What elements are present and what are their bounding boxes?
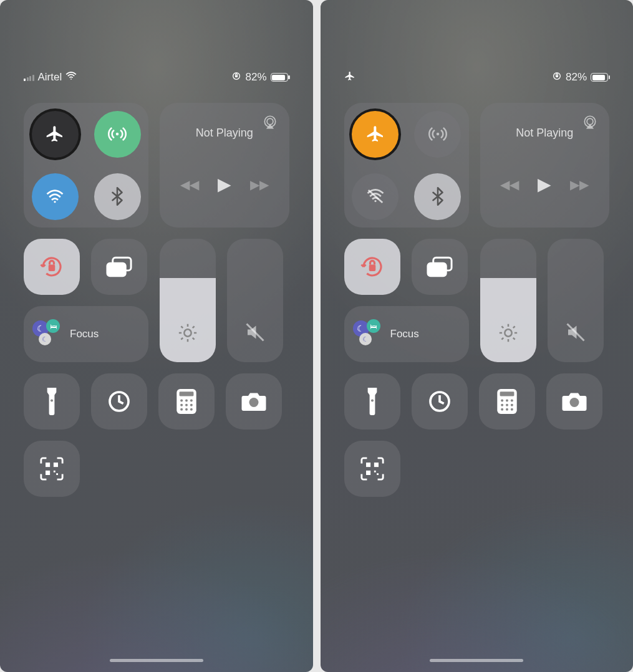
svg-point-21 bbox=[180, 408, 183, 411]
status-bar: 82% bbox=[321, 69, 634, 86]
volume-mute-icon bbox=[564, 321, 587, 346]
flashlight-button[interactable] bbox=[24, 373, 80, 430]
calculator-button[interactable] bbox=[158, 373, 215, 430]
svg-point-45 bbox=[506, 400, 508, 402]
qr-scanner-button[interactable] bbox=[24, 441, 80, 497]
svg-point-53 bbox=[569, 398, 579, 407]
forward-button[interactable]: ▶▶ bbox=[250, 177, 269, 192]
focus-button[interactable]: ☾🛏☾ Focus bbox=[344, 306, 469, 362]
focus-label: Focus bbox=[390, 328, 419, 340]
airplane-mode-toggle[interactable] bbox=[352, 111, 399, 158]
battery-icon bbox=[591, 73, 608, 82]
cellular-signal-icon bbox=[24, 74, 34, 81]
media-controls-group[interactable]: Not Playing ◀◀ ▶ ▶▶ bbox=[480, 103, 610, 228]
svg-point-22 bbox=[185, 408, 188, 411]
bluetooth-icon bbox=[111, 187, 123, 206]
airplay-icon[interactable] bbox=[262, 114, 278, 133]
volume-slider[interactable] bbox=[227, 239, 283, 362]
svg-rect-31 bbox=[556, 75, 558, 77]
svg-point-35 bbox=[587, 118, 593, 125]
bluetooth-toggle[interactable] bbox=[414, 173, 461, 220]
svg-rect-29 bbox=[56, 473, 58, 475]
calculator-icon bbox=[176, 389, 196, 414]
svg-rect-2 bbox=[235, 75, 238, 77]
focus-label: Focus bbox=[70, 328, 99, 340]
wifi-toggle[interactable] bbox=[352, 173, 399, 220]
brightness-slider[interactable] bbox=[480, 239, 536, 362]
calculator-button[interactable] bbox=[479, 373, 535, 430]
wifi-status-icon bbox=[65, 71, 77, 84]
screen-mirroring-button[interactable] bbox=[412, 239, 468, 295]
timer-icon bbox=[427, 389, 452, 414]
media-controls-group[interactable]: Not Playing ◀◀ ▶ ▶▶ bbox=[160, 103, 289, 228]
bluetooth-toggle[interactable] bbox=[94, 173, 141, 220]
cellular-data-toggle[interactable] bbox=[94, 111, 141, 158]
orientation-lock-button[interactable] bbox=[24, 239, 80, 295]
svg-rect-25 bbox=[46, 463, 50, 467]
camera-button[interactable] bbox=[546, 373, 602, 430]
control-center-pane-right: 82% Not Playing bbox=[321, 0, 634, 672]
rewind-button[interactable]: ◀◀ bbox=[180, 177, 199, 192]
cellular-data-toggle[interactable] bbox=[414, 111, 461, 158]
airplane-mode-toggle[interactable] bbox=[32, 111, 79, 158]
svg-point-10 bbox=[184, 329, 191, 336]
svg-point-4 bbox=[54, 201, 56, 203]
calculator-icon bbox=[497, 389, 517, 414]
svg-point-44 bbox=[501, 400, 503, 402]
camera-icon bbox=[241, 391, 267, 412]
svg-rect-14 bbox=[180, 391, 194, 396]
control-center-pane-left: Airtel 82% bbox=[0, 0, 313, 672]
brightness-slider[interactable] bbox=[160, 239, 216, 362]
svg-point-40 bbox=[370, 399, 373, 401]
rotation-lock-status-icon bbox=[231, 71, 241, 84]
connectivity-group[interactable] bbox=[344, 103, 469, 228]
svg-rect-9 bbox=[107, 263, 125, 276]
cellular-antenna-icon bbox=[428, 125, 447, 143]
svg-point-51 bbox=[506, 408, 508, 411]
focus-modes-icon: ☾🛏☾ bbox=[32, 319, 62, 349]
flashlight-icon bbox=[44, 388, 59, 415]
svg-point-0 bbox=[70, 79, 72, 80]
camera-button[interactable] bbox=[226, 373, 282, 430]
connectivity-group[interactable] bbox=[24, 103, 148, 228]
svg-point-11 bbox=[51, 399, 53, 401]
cellular-antenna-icon bbox=[108, 125, 127, 143]
carrier-label: Airtel bbox=[38, 71, 62, 84]
battery-percent: 82% bbox=[566, 71, 587, 84]
status-bar: Airtel 82% bbox=[0, 69, 313, 86]
svg-point-24 bbox=[249, 398, 259, 407]
svg-rect-26 bbox=[54, 463, 58, 467]
wifi-toggle[interactable] bbox=[32, 173, 79, 220]
screen-mirroring-button[interactable] bbox=[91, 239, 147, 295]
play-button[interactable]: ▶ bbox=[218, 174, 231, 194]
focus-button[interactable]: ☾🛏☾ Focus bbox=[24, 306, 148, 362]
bluetooth-icon bbox=[432, 187, 444, 206]
svg-rect-54 bbox=[366, 463, 370, 467]
svg-point-18 bbox=[180, 404, 183, 406]
rewind-button[interactable]: ◀◀ bbox=[500, 177, 519, 192]
svg-point-15 bbox=[180, 400, 183, 402]
home-indicator[interactable] bbox=[430, 659, 523, 662]
svg-point-48 bbox=[506, 404, 508, 406]
forward-button[interactable]: ▶▶ bbox=[570, 177, 589, 192]
timer-button[interactable] bbox=[91, 373, 147, 430]
svg-point-3 bbox=[116, 133, 119, 136]
home-indicator[interactable] bbox=[110, 659, 203, 662]
screen-mirroring-icon bbox=[426, 256, 453, 278]
timer-button[interactable] bbox=[412, 373, 468, 430]
airplane-status-icon bbox=[344, 70, 355, 85]
qr-scanner-button[interactable] bbox=[344, 441, 400, 497]
qr-code-icon bbox=[39, 456, 64, 481]
svg-point-17 bbox=[190, 400, 193, 402]
airplay-icon[interactable] bbox=[582, 114, 598, 133]
volume-slider[interactable] bbox=[548, 239, 604, 362]
svg-point-33 bbox=[374, 200, 376, 202]
svg-point-46 bbox=[510, 400, 513, 402]
svg-rect-36 bbox=[369, 265, 375, 272]
play-button[interactable]: ▶ bbox=[538, 174, 551, 194]
orientation-lock-button[interactable] bbox=[344, 239, 400, 295]
flashlight-button[interactable] bbox=[344, 373, 400, 430]
svg-rect-55 bbox=[374, 463, 378, 467]
svg-point-6 bbox=[267, 118, 273, 125]
battery-percent: 82% bbox=[245, 71, 266, 84]
